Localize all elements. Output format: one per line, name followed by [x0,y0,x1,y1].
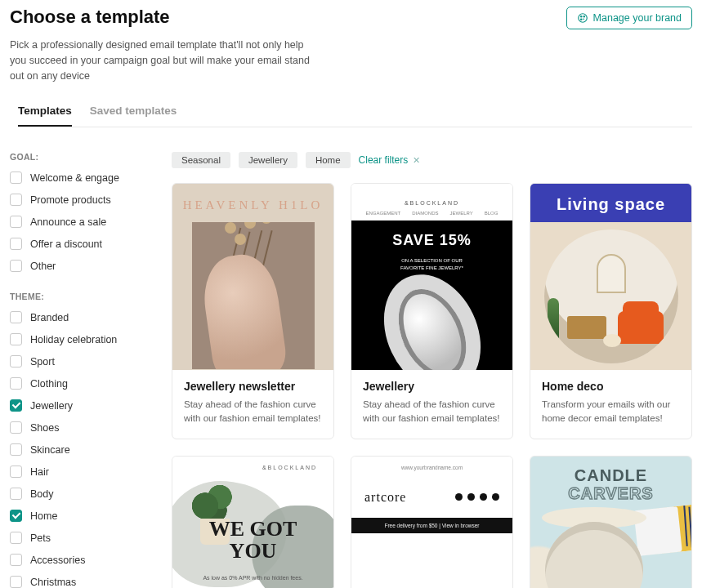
template-card-candle-carvers[interactable]: CANDLE CARVERS [530,456,692,588]
checkbox-icon [10,554,22,566]
checkbox-checked-icon [10,510,22,522]
filter-home[interactable]: Home [10,510,149,522]
filter-shoes[interactable]: Shoes [10,421,149,434]
template-card-jewellery[interactable]: &BLOCKLAND ENGAGEMENT DIAMONDS JEWELRY B… [351,183,513,439]
template-thumbnail: HEAVENLY H1LO [172,184,333,370]
thumb-sub-line: FAVORITE FINE JEWELRY* [351,265,512,272]
checkbox-icon [10,421,22,434]
palette-icon [577,12,588,24]
thumb-title: Living space [557,195,665,214]
filter-jewellery[interactable]: Jewellery [10,399,149,412]
filter-welcome-engage[interactable]: Welcome & engage [10,172,149,184]
thumb-image [192,222,315,369]
filter-label: Branded [30,312,69,323]
checkbox-icon [10,443,22,456]
checkbox-icon [10,311,22,323]
filter-branded[interactable]: Branded [10,311,149,323]
filter-label: Jewellery [30,400,73,412]
theme-filter-list: Branded Holiday celebration Sport Clothi… [10,311,149,588]
filter-promote-products[interactable]: Promote products [10,194,149,206]
filter-hair[interactable]: Hair [10,466,149,478]
thumb-nav-item: BLOG [485,211,499,216]
thumb-nav-item: ENGAGEMENT [366,211,401,216]
filter-label: Christmas [30,577,76,588]
thumb-title-line: CANDLE [530,466,691,485]
checkbox-icon [10,355,22,368]
filter-label: Sport [30,356,55,368]
template-desc: Transform your emails with our home deco… [542,398,680,425]
chip-home[interactable]: Home [306,152,351,168]
filter-pets[interactable]: Pets [10,532,149,544]
thumb-title-outline: CARVERS [530,484,691,503]
manage-brand-button[interactable]: Manage your brand [566,7,692,29]
filter-label: Body [30,488,54,500]
tabs: Templates Saved templates [18,98,692,127]
thumb-headline: SAVE 15% [351,232,512,249]
page-subtitle: Pick a professionally designed email tem… [10,38,312,83]
filter-christmas[interactable]: Christmas [10,576,149,588]
thumb-nav-item: DIAMONDS [412,211,438,216]
clear-filters-label: Clear filters [359,154,409,166]
template-card-artcore[interactable]: www.yourbrandname.com artcore Free deliv… [351,456,513,588]
filter-label: Skincare [30,444,70,456]
filter-label: Offer a discount [30,238,102,250]
filter-holiday[interactable]: Holiday celebration [10,333,149,345]
room-graphic [544,229,678,363]
tab-saved-templates[interactable]: Saved templates [90,98,177,127]
filter-accessories[interactable]: Accessories [10,554,149,566]
checkbox-icon [10,216,22,228]
theme-section-label: THEME: [10,292,149,301]
social-icon [455,493,463,501]
filter-label: Hair [30,466,49,478]
filter-label: Promote products [30,194,111,206]
filter-label: Other [30,261,56,272]
thumb-subtext: ON A SELECTION OF OUR FAVORITE FINE JEWE… [351,257,512,272]
clear-filters-button[interactable]: Clear filters ✕ [359,154,421,166]
chip-jewellery[interactable]: Jewellery [239,152,297,168]
thumb-brand-text: &BLOCKLAND [351,200,512,206]
filter-body[interactable]: Body [10,488,149,500]
template-card-jewellery-newsletter[interactable]: HEAVENLY H1LO Jewellery newsletter Stay … [172,183,334,439]
filter-skincare[interactable]: Skincare [10,443,149,456]
checkbox-icon [10,532,22,544]
filter-clothing[interactable]: Clothing [10,377,149,390]
svg-point-0 [578,14,587,23]
template-title: Jewellery newsletter [184,380,322,393]
templates-main: Seasonal Jewellery Home Clear filters ✕ … [172,152,692,588]
template-thumbnail: &BLOCKLAND WE GOT YOU As low as 0% APR w… [172,457,333,588]
checkbox-icon [10,576,22,588]
template-card-home-deco[interactable]: Living space Home deco Transform your em… [530,183,692,439]
filter-label: Pets [30,532,51,544]
checkbox-icon [10,488,22,500]
checkbox-icon [10,466,22,478]
filter-other[interactable]: Other [10,260,149,272]
thumb-logo-text: &BLOCKLAND [262,465,317,470]
filter-label: Welcome & engage [30,172,119,184]
thumb-headline: WE GOT YOU [172,518,333,563]
social-icon [492,493,499,501]
thumb-bar-text: Free delivery from $50 | View in browser [351,518,512,533]
social-icons [455,493,499,501]
thumb-logo-text: artcore [364,490,406,505]
thumb-headline-line: WE GOT [172,518,333,540]
tab-templates[interactable]: Templates [18,98,72,127]
templates-grid: HEAVENLY H1LO Jewellery newsletter Stay … [172,183,692,439]
template-card-we-got-you[interactable]: &BLOCKLAND WE GOT YOU As low as 0% APR w… [172,456,334,588]
template-thumbnail: Living space [530,184,691,370]
filter-label: Clothing [30,378,68,390]
filter-announce-sale[interactable]: Announce a sale [10,216,149,228]
goal-filter-list: Welcome & engage Promote products Announ… [10,172,149,272]
svg-point-3 [580,19,582,20]
checkbox-icon [10,172,22,184]
filter-label: Accessories [30,555,85,566]
svg-point-2 [584,16,585,17]
filter-offer-discount[interactable]: Offer a discount [10,238,149,250]
filter-sport[interactable]: Sport [10,355,149,368]
thumb-nav-item: JEWELRY [450,211,473,216]
page-title: Choose a template [10,7,170,28]
chip-seasonal[interactable]: Seasonal [172,152,230,168]
social-icon [480,493,487,501]
filter-label: Shoes [30,422,59,434]
filters-sidebar: GOAL: Welcome & engage Promote products … [10,152,149,588]
active-filters-row: Seasonal Jewellery Home Clear filters ✕ [172,152,692,168]
